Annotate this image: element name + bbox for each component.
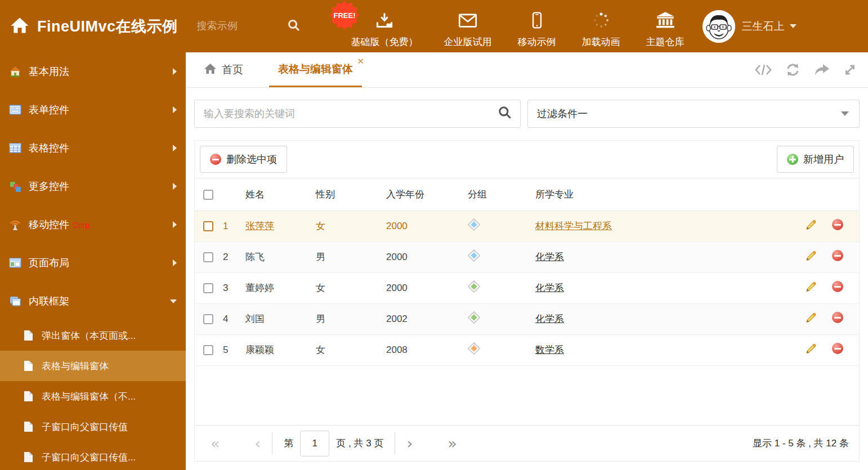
sidebar-item-form-controls[interactable]: 表单控件 xyxy=(0,91,186,129)
col-header-group[interactable]: 分组 xyxy=(468,178,535,211)
user-table: 姓名 性别 入学年份 分组 所学专业 1 张萍萍 女 2000 xyxy=(195,178,859,366)
major-link[interactable]: 化学系 xyxy=(535,283,564,293)
col-header-year[interactable]: 入学年份 xyxy=(386,178,468,211)
sidebar-item-basic[interactable]: 基本用法 xyxy=(0,52,186,91)
edit-icon[interactable] xyxy=(805,249,817,262)
row-checkbox[interactable] xyxy=(203,314,213,324)
nav-label: 企业版试用 xyxy=(444,35,492,48)
prev-page-button[interactable]: ‹ xyxy=(255,436,261,451)
major-link[interactable]: 数学系 xyxy=(535,344,564,355)
col-header-gender[interactable]: 性别 xyxy=(316,178,386,211)
edit-icon[interactable] xyxy=(805,280,817,293)
table-row[interactable]: 1 张萍萍 女 2000 材料科学与工程系 xyxy=(195,211,859,241)
avatar[interactable] xyxy=(703,10,735,43)
major-link[interactable]: 材料科学与工程系 xyxy=(535,221,612,231)
expand-icon[interactable] xyxy=(843,63,857,77)
delete-icon[interactable] xyxy=(832,343,843,354)
year-cell: 2000 xyxy=(386,211,468,241)
home-colored-icon xyxy=(9,65,21,78)
sidebar-item-more-controls[interactable]: 更多控件 xyxy=(0,167,186,205)
app-logo[interactable]: FineUIMvc在线示例 xyxy=(0,16,178,37)
user-menu[interactable]: 三生石上 xyxy=(703,10,797,43)
page-number-input[interactable] xyxy=(300,431,329,456)
sidebar-subitem-popup-window[interactable]: 弹出窗体（本页面或... xyxy=(0,320,186,351)
tab-home[interactable]: 首页 xyxy=(195,52,252,87)
record-count-summary: 显示 1 - 5 条 , 共 12 条 xyxy=(753,437,849,450)
close-icon[interactable]: ✕ xyxy=(357,57,364,65)
col-header-name[interactable]: 姓名 xyxy=(245,178,316,211)
header-search-input[interactable] xyxy=(197,20,287,32)
plus-circle-icon xyxy=(787,154,798,165)
tag-icon xyxy=(468,342,480,355)
select-all-checkbox[interactable] xyxy=(203,190,213,200)
edit-icon[interactable] xyxy=(805,218,817,231)
spinner-icon xyxy=(593,12,610,31)
table-row[interactable]: 4 刘国 男 2002 化学系 xyxy=(195,303,859,334)
gender-cell: 女 xyxy=(316,272,386,303)
source-code-icon[interactable] xyxy=(755,63,772,77)
app-title: FineUIMvc在线示例 xyxy=(37,16,178,37)
row-number: 2 xyxy=(223,241,245,272)
cubes-icon xyxy=(9,180,21,193)
keyword-search-input[interactable] xyxy=(204,108,498,120)
tab-grid-edit-window[interactable]: 表格与编辑窗体 ✕ xyxy=(269,52,362,87)
grid-icon xyxy=(9,142,21,154)
refresh-icon[interactable] xyxy=(785,62,800,77)
header-search[interactable] xyxy=(197,19,315,34)
next-page-button[interactable]: › xyxy=(406,436,413,451)
share-icon[interactable] xyxy=(814,63,830,77)
row-checkbox[interactable] xyxy=(203,252,213,262)
row-number: 3 xyxy=(223,272,245,303)
chevron-right-icon xyxy=(173,106,177,113)
sidebar-subitem-grid-edit-window[interactable]: 表格与编辑窗体 xyxy=(0,351,186,381)
last-page-button[interactable]: » xyxy=(448,436,457,451)
col-header-major[interactable]: 所学专业 xyxy=(535,178,786,211)
table-row[interactable]: 3 董婷婷 女 2000 化学系 xyxy=(195,272,859,303)
row-checkbox[interactable] xyxy=(203,345,213,355)
sidebar-item-page-layout[interactable]: 页面布局 xyxy=(0,244,186,282)
nav-basic-free[interactable]: FREE! 基础版（免费） xyxy=(351,4,418,48)
add-user-button[interactable]: 新增用户 xyxy=(777,146,854,173)
first-page-button[interactable]: « xyxy=(211,436,220,451)
delete-icon[interactable] xyxy=(832,312,843,323)
table-row[interactable]: 2 陈飞 男 2000 化学系 xyxy=(195,241,859,272)
row-checkbox[interactable] xyxy=(203,283,213,293)
nav-enterprise-trial[interactable]: 企业版试用 xyxy=(444,4,492,48)
row-number: 4 xyxy=(223,303,245,334)
sidebar-subitem-child-to-parent[interactable]: 子窗口向父窗口传值 xyxy=(0,411,186,442)
grid-panel: 删除选中项 新增用户 姓名 性别 入学年份 分组 所学专业 xyxy=(194,140,860,462)
search-icon[interactable] xyxy=(287,19,301,34)
year-cell: 2000 xyxy=(386,272,468,303)
keyword-search-box[interactable] xyxy=(194,100,521,128)
tag-icon xyxy=(468,218,480,231)
delete-icon[interactable] xyxy=(832,219,843,230)
table-row[interactable]: 5 康颖颖 女 2008 数学系 xyxy=(195,334,859,365)
delete-selected-button[interactable]: 删除选中项 xyxy=(200,146,287,173)
nav-loading-animation[interactable]: 加载动画 xyxy=(582,4,620,48)
filter-dropdown[interactable]: 过滤条件一 xyxy=(527,100,860,128)
gender-cell: 男 xyxy=(316,241,386,272)
corp-badge: Corp. xyxy=(73,221,92,230)
sidebar-item-mobile-controls[interactable]: 移动控件Corp. xyxy=(0,205,186,244)
nav-mobile-demo[interactable]: 移动示例 xyxy=(518,4,556,48)
sidebar-item-iframe[interactable]: 内联框架 xyxy=(0,282,186,320)
sidebar-subitem-grid-edit-window-2[interactable]: 表格与编辑窗体（不... xyxy=(0,381,186,411)
delete-icon[interactable] xyxy=(832,281,843,292)
edit-icon[interactable] xyxy=(805,342,817,355)
major-link[interactable]: 化学系 xyxy=(535,252,564,262)
nav-theme-repo[interactable]: 主题仓库 xyxy=(646,4,684,48)
sidebar-subitem-child-to-parent-2[interactable]: 子窗口向父窗口传值... xyxy=(0,442,186,470)
file-icon xyxy=(24,330,33,341)
edit-icon[interactable] xyxy=(805,311,817,324)
nav-label: 主题仓库 xyxy=(646,35,684,48)
chevron-right-icon xyxy=(173,68,177,75)
user-name: 三生石上 xyxy=(742,19,785,34)
search-icon[interactable] xyxy=(498,105,512,122)
row-number: 1 xyxy=(223,211,245,241)
delete-icon[interactable] xyxy=(832,250,843,261)
sidebar-item-grid-controls[interactable]: 表格控件 xyxy=(0,129,186,167)
major-link[interactable]: 化学系 xyxy=(535,314,564,324)
chevron-right-icon xyxy=(173,259,177,266)
free-badge: FREE! xyxy=(330,1,359,30)
row-checkbox[interactable] xyxy=(203,221,213,231)
